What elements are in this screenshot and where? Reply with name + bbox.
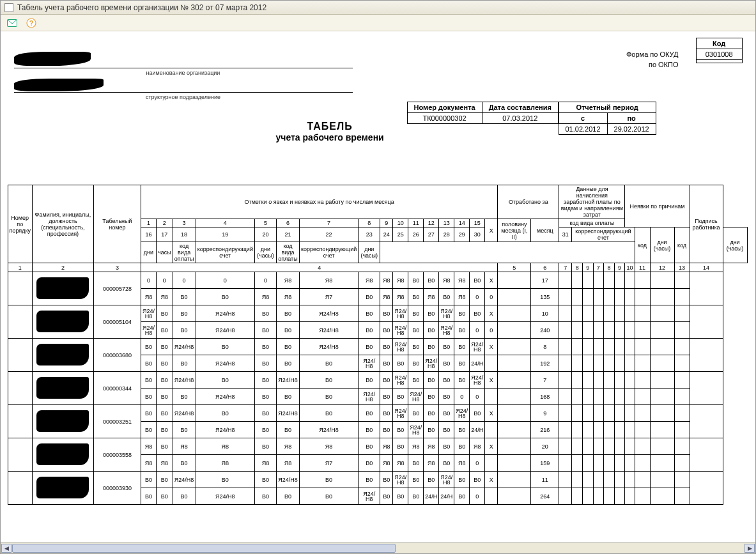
help-button[interactable]: ? bbox=[25, 17, 38, 29]
absence-cell bbox=[635, 405, 650, 422]
cell-no bbox=[8, 339, 32, 372]
cell-no bbox=[8, 305, 32, 339]
absence-cell bbox=[650, 438, 674, 455]
pay-cell bbox=[593, 438, 604, 455]
cell-tab-number: 000000344 bbox=[93, 372, 141, 405]
day-cell: Я24/Н8 bbox=[299, 322, 358, 339]
col-pay-type: код вида оплаты bbox=[559, 219, 625, 227]
cell-name bbox=[32, 372, 93, 405]
day-header: 20 bbox=[254, 227, 276, 242]
day-header: 6 bbox=[276, 219, 299, 227]
day-cell: В0 bbox=[393, 438, 408, 455]
org-name-line bbox=[14, 58, 353, 68]
day-cell: Я24/Н8 bbox=[299, 339, 358, 355]
scrollbar-thumb[interactable] bbox=[12, 544, 396, 553]
cell-tab-number: 000003251 bbox=[93, 405, 141, 438]
cell-name bbox=[32, 472, 93, 505]
pay-cell bbox=[604, 339, 615, 355]
redacted-name bbox=[36, 443, 89, 465]
day-header: 18 bbox=[173, 227, 196, 242]
pay-cell bbox=[604, 455, 615, 472]
timesheet-table: Номер по порядку Фамилия, инициалы, долж… bbox=[8, 185, 748, 505]
absence-cell bbox=[625, 455, 635, 472]
day-cell: В0 bbox=[173, 355, 196, 372]
absence-cell bbox=[650, 355, 674, 372]
day-cell: В0 bbox=[380, 355, 393, 372]
day-header: 9 bbox=[380, 219, 393, 227]
absence-cell bbox=[650, 305, 674, 322]
col-number: 8 bbox=[604, 263, 615, 272]
cell-half-hours bbox=[498, 488, 531, 505]
absence-cell bbox=[650, 472, 674, 488]
cell-name bbox=[32, 272, 93, 305]
col-pay-corr-b: корреспондирующий счет bbox=[299, 242, 358, 263]
day-cell: В0 bbox=[408, 488, 424, 505]
absence-cell bbox=[674, 272, 690, 289]
day-cell: Я24/Н8 bbox=[393, 305, 408, 322]
absence-cell bbox=[625, 389, 635, 405]
day-cell: 24/Н bbox=[470, 355, 485, 372]
pay-cell bbox=[614, 322, 625, 339]
day-cell: Я24/Н8 bbox=[359, 355, 380, 372]
day-cell: Я24/Н8 bbox=[276, 405, 299, 422]
day-cell: Я24/Н8 bbox=[196, 305, 254, 322]
day-cell: Я24/Н8 bbox=[276, 472, 299, 488]
pay-cell bbox=[593, 472, 604, 488]
forma-labels: Форма по ОКУД по ОКПО bbox=[626, 49, 679, 70]
redacted-name bbox=[36, 344, 89, 365]
cell-sign bbox=[690, 305, 723, 339]
day-header: 21 bbox=[276, 227, 299, 242]
day-cell: Я8 bbox=[470, 438, 485, 455]
absence-cell bbox=[635, 355, 650, 372]
pay-cell bbox=[582, 355, 593, 372]
col-half: половину месяца (I, II) bbox=[498, 219, 531, 242]
table-row: 000003930В0В0Я24/Н8В0В0Я24/Н8В0В0В0Я24/Н… bbox=[8, 472, 747, 488]
day-cell: В0 bbox=[408, 355, 424, 372]
absence-cell bbox=[635, 472, 650, 488]
table-row: 00000572800000Я8Я8Я8Я8Я8В0В0Я8Я8В0X17 bbox=[8, 272, 747, 289]
col-abs-kod-2: код bbox=[674, 227, 690, 263]
day-cell: Я24/Н8 bbox=[408, 389, 424, 405]
horizontal-scrollbar[interactable]: ◀ ▶ bbox=[1, 542, 755, 553]
pay-cell bbox=[582, 455, 593, 472]
col-number: 12 bbox=[650, 263, 674, 272]
absence-cell bbox=[650, 289, 674, 305]
day-cell: Я24/Н8 bbox=[196, 488, 254, 505]
day-cell: 24/Н bbox=[470, 422, 485, 438]
scroll-left-arrow-icon[interactable]: ◀ bbox=[1, 544, 12, 553]
day-cell: Я24/Н8 bbox=[141, 305, 156, 322]
period-to-value: 29.02.2012 bbox=[607, 124, 656, 135]
day-cell: Я8 bbox=[276, 289, 299, 305]
col-number: 9 bbox=[614, 263, 625, 272]
day-cell: В0 bbox=[156, 488, 173, 505]
day-cell: Я8 bbox=[276, 272, 299, 289]
absence-cell bbox=[674, 372, 690, 389]
absence-cell bbox=[674, 305, 690, 322]
pay-cell bbox=[559, 355, 572, 372]
send-email-button[interactable] bbox=[6, 17, 19, 29]
day-cell: В0 bbox=[276, 355, 299, 372]
pay-cell bbox=[604, 355, 615, 372]
day-cell: Я8 bbox=[380, 272, 393, 289]
absence-cell bbox=[650, 455, 674, 472]
col-pay-kod-b: код вида оплаты bbox=[276, 242, 299, 263]
pay-cell bbox=[572, 455, 583, 472]
absence-cell bbox=[650, 272, 674, 289]
pay-cell bbox=[572, 488, 583, 505]
pay-cell bbox=[593, 272, 604, 289]
document-viewport[interactable]: Код 0301008 Форма по ОКУД по ОКПО наимен… bbox=[1, 31, 755, 542]
day-cell: Я24/Н8 bbox=[359, 389, 380, 405]
scroll-right-arrow-icon[interactable]: ▶ bbox=[744, 544, 755, 553]
pay-cell bbox=[614, 455, 625, 472]
day-cell: В0 bbox=[408, 272, 424, 289]
day-cell: В0 bbox=[380, 389, 393, 405]
day-cell: В0 bbox=[424, 372, 439, 389]
day-cell: В0 bbox=[156, 389, 173, 405]
pay-cell bbox=[559, 305, 572, 322]
pay-cell bbox=[614, 289, 625, 305]
pay-cell bbox=[593, 405, 604, 422]
day-header: 24 bbox=[380, 227, 393, 242]
day-cell: Я24/Н8 bbox=[393, 372, 408, 389]
day-cell: В0 bbox=[439, 422, 454, 438]
cell-half-hours bbox=[498, 389, 531, 405]
